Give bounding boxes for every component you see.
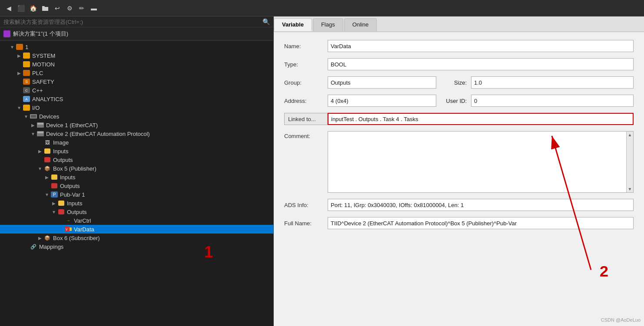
toolbar-btn-folder[interactable] xyxy=(40,3,50,13)
search-input[interactable] xyxy=(3,19,262,25)
varctrl-icon: → xyxy=(64,217,72,224)
left-panel: 🔍 解决方案"1"(1 个项目) ▼ 1 ▶ xyxy=(0,16,274,326)
tree-item-cpp[interactable]: C C++ xyxy=(0,86,273,95)
box5-icon: 📦 xyxy=(43,165,51,171)
svg-rect-7 xyxy=(70,227,72,231)
cpp-icon: C xyxy=(23,87,30,93)
tab-variable[interactable]: Variable xyxy=(274,18,312,31)
expand-inputs1[interactable]: ▶ xyxy=(37,148,43,155)
expand-device1[interactable]: ▶ xyxy=(30,122,37,128)
toolbar-btn-edit[interactable]: ✏ xyxy=(76,3,87,13)
pubvar1-label: Pub-Var 1 xyxy=(60,191,85,198)
tree-item-motion[interactable]: MOTION xyxy=(0,60,273,69)
tab-flags[interactable]: Flags xyxy=(313,18,343,31)
tree-item-box6[interactable]: ▶ 📦 Box 6 (Subscriber) xyxy=(0,234,273,242)
tree-container[interactable]: ▼ 1 ▶ SYSTEM xyxy=(0,41,273,326)
expand-box5[interactable]: ▼ xyxy=(37,165,43,172)
expand-device2[interactable]: ▼ xyxy=(30,130,37,137)
system-icon xyxy=(23,53,30,59)
tree-item-vardata[interactable]: V VarData xyxy=(0,225,273,234)
mappings-label: Mappings xyxy=(39,244,63,250)
outputs1-icon xyxy=(43,157,51,163)
toolbar-btn-settings[interactable]: ⚙ xyxy=(64,3,75,13)
outputs2-icon xyxy=(50,183,58,189)
group-input[interactable] xyxy=(328,76,436,89)
tree-item-outputs3[interactable]: ▼ Outputs xyxy=(0,207,273,216)
tree-item-pubvar1[interactable]: ▼ P Pub-Var 1 xyxy=(0,190,273,199)
tree-item-devices[interactable]: ▼ Devices xyxy=(0,112,273,121)
vardata-icon: V xyxy=(64,226,72,232)
inputs2-label: Inputs xyxy=(60,174,75,181)
expand-inputs2[interactable]: ▶ xyxy=(43,174,50,181)
device1-label: Device 1 (EtherCAT) xyxy=(46,122,98,128)
varctrl-label: VarCtrl xyxy=(74,217,91,224)
expand-plc[interactable]: ▶ xyxy=(16,69,23,76)
svg-rect-3 xyxy=(37,123,43,125)
expand-box6[interactable]: ▶ xyxy=(37,234,43,241)
tree-item-varctrl[interactable]: → VarCtrl xyxy=(0,216,273,225)
group-label: Group: xyxy=(284,79,328,86)
group-size-row: Group: Size: xyxy=(284,76,634,89)
tree-item-inputs3[interactable]: ▶ Inputs xyxy=(0,199,273,207)
outputs3-label: Outputs xyxy=(67,209,87,215)
tree-item-image[interactable]: 🖼 Image xyxy=(0,138,273,147)
tree-item-box5[interactable]: ▼ 📦 Box 5 (Publisher) xyxy=(0,164,273,173)
mappings-icon: 🔗 xyxy=(30,244,37,250)
tree-item-outputs2[interactable]: Outputs xyxy=(0,181,273,190)
size-input[interactable] xyxy=(471,76,634,89)
type-row: Type: xyxy=(284,58,634,70)
userid-input[interactable] xyxy=(471,95,634,107)
device2-label: Device 2 (EtherCAT Automation Protocol) xyxy=(46,131,150,137)
comment-label: Comment: xyxy=(284,131,328,139)
comment-textarea[interactable] xyxy=(328,132,626,192)
image-icon: 🖼 xyxy=(43,139,51,145)
toolbar-btn-extra[interactable]: ▬ xyxy=(89,3,99,13)
inputs2-icon xyxy=(50,174,58,180)
linkedto-input[interactable] xyxy=(328,113,634,125)
tree-item-device1[interactable]: ▶ Device 1 (EtherCAT) xyxy=(0,121,273,129)
tree-item-mappings[interactable]: 🔗 Mappings xyxy=(0,242,273,251)
safety-label: SAFETY xyxy=(32,79,54,85)
tree-item-outputs1[interactable]: Outputs xyxy=(0,155,273,164)
adsinfo-input[interactable] xyxy=(328,199,634,211)
tree-item-device2[interactable]: ▼ Device 2 (EtherCAT Automation Protocol… xyxy=(0,129,273,138)
expand-inputs3[interactable]: ▶ xyxy=(50,200,57,207)
linkedto-button[interactable]: Linked to... xyxy=(284,113,328,125)
address-userid-row: Address: User ID: xyxy=(284,95,634,107)
toolbar-btn-undo[interactable]: ↩ xyxy=(52,3,63,13)
tree-item-plc[interactable]: ▶ PLC xyxy=(0,69,273,77)
analytics-icon: A xyxy=(23,96,30,102)
scroll-up-btn[interactable]: ▲ xyxy=(627,132,632,137)
tree-item-inputs2[interactable]: ▶ Inputs xyxy=(0,173,273,181)
tree-item-system[interactable]: ▶ SYSTEM xyxy=(0,51,273,60)
name-input[interactable] xyxy=(328,40,634,52)
address-label: Address: xyxy=(284,98,328,104)
tab-online[interactable]: Online xyxy=(344,18,377,31)
expand-outputs3[interactable]: ▼ xyxy=(50,208,57,215)
expand-pubvar1[interactable]: ▼ xyxy=(43,191,50,198)
expand-system[interactable]: ▶ xyxy=(16,52,23,59)
toolbar-btn-back[interactable]: ◀ xyxy=(3,3,14,13)
type-input[interactable] xyxy=(328,58,634,70)
svg-rect-5 xyxy=(37,132,43,133)
tree-item-root1[interactable]: ▼ 1 xyxy=(0,43,273,51)
solution-icon xyxy=(3,30,10,37)
inputs3-label: Inputs xyxy=(67,200,82,207)
expand-root1[interactable]: ▼ xyxy=(9,43,16,50)
solution-title: 解决方案"1"(1 个项目) xyxy=(13,30,68,38)
fullname-input[interactable] xyxy=(328,217,634,229)
expand-devices[interactable]: ▼ xyxy=(23,113,30,120)
adsinfo-label: ADS Info: xyxy=(284,202,328,208)
address-input[interactable] xyxy=(328,95,436,107)
system-label: SYSTEM xyxy=(32,53,55,59)
expand-io[interactable]: ▼ xyxy=(16,104,23,111)
safety-icon: S xyxy=(23,79,30,85)
scroll-down-btn[interactable]: ▼ xyxy=(627,187,632,191)
search-bar: 🔍 xyxy=(0,16,273,27)
tree-item-analytics[interactable]: A ANALYTICS xyxy=(0,95,273,103)
tree-item-inputs1[interactable]: ▶ Inputs xyxy=(0,147,273,155)
tree-item-io[interactable]: ▼ I/O xyxy=(0,103,273,112)
toolbar-btn-home[interactable]: 🏠 xyxy=(28,3,38,13)
tree-item-safety[interactable]: S SAFETY xyxy=(0,77,273,86)
toolbar-btn-stop[interactable]: ⬛ xyxy=(16,3,26,13)
